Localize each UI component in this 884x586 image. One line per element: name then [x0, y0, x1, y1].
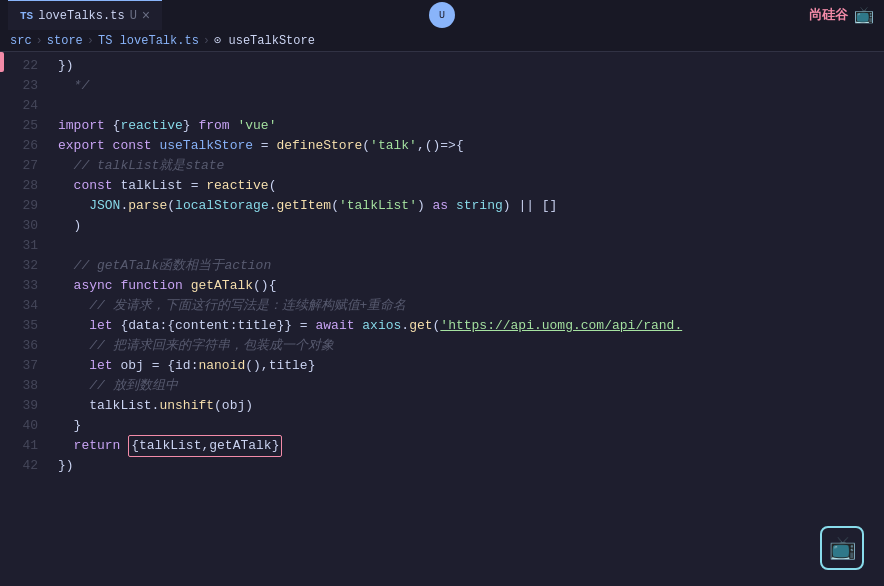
code-line-30: ) — [58, 216, 884, 236]
breadcrumb-sep3: › — [203, 34, 210, 48]
editor: 22 23 24 25 26 27 28 29 30 31 32 33 34 3… — [0, 52, 884, 586]
code-line-31 — [58, 236, 884, 256]
title-center: U — [429, 2, 455, 28]
code-line-37: let obj = {id:nanoid(),title} — [58, 356, 884, 376]
tab-lang: TS — [20, 10, 33, 22]
line-num-42: 42 — [0, 456, 50, 476]
code-line-24 — [58, 96, 884, 116]
line-num-34: 34 — [0, 296, 50, 316]
tab-modified: U — [130, 9, 137, 23]
code-line-27: // talkList就是state — [58, 156, 884, 176]
breadcrumb: src › store › TS loveTalk.ts › ⊙ useTalk… — [0, 30, 884, 52]
line-num-40: 40 — [0, 416, 50, 436]
line-num-27: 27 — [0, 156, 50, 176]
bilibili-icon: 📺 — [854, 5, 874, 25]
code-line-41: return {talkList,getATalk} — [58, 436, 884, 456]
breadcrumb-src: src — [10, 34, 32, 48]
line-num-35: 35 — [0, 316, 50, 336]
breadcrumb-sep1: › — [36, 34, 43, 48]
brand-text: 尚硅谷 — [809, 6, 848, 24]
line-num-31: 31 — [0, 236, 50, 256]
line-num-41: 41 — [0, 436, 50, 456]
line-num-26: 26 — [0, 136, 50, 156]
tv-icon: 📺 — [820, 526, 864, 570]
left-indicator — [0, 52, 4, 72]
code-line-32: // getATalk函数相当于action — [58, 256, 884, 276]
line-num-29: 29 — [0, 196, 50, 216]
tab-close-button[interactable]: × — [142, 9, 150, 23]
breadcrumb-file: TS loveTalk.ts — [98, 34, 199, 48]
line-num-38: 38 — [0, 376, 50, 396]
code-line-25: import {reactive} from 'vue' — [58, 116, 884, 136]
breadcrumb-symbol: ⊙ useTalkStore — [214, 33, 315, 48]
avatar: U — [429, 2, 455, 28]
title-bar: TS loveTalks.ts U × U 尚硅谷 📺 — [0, 0, 884, 30]
breadcrumb-store: store — [47, 34, 83, 48]
brand-logo: 尚硅谷 📺 — [809, 5, 874, 25]
code-line-35: let {data:{content:title}} = await axios… — [58, 316, 884, 336]
code-line-33: async function getATalk(){ — [58, 276, 884, 296]
line-num-30: 30 — [0, 216, 50, 236]
line-num-39: 39 — [0, 396, 50, 416]
code-line-42: }) — [58, 456, 884, 476]
line-num-33: 33 — [0, 276, 50, 296]
code-area[interactable]: }) */ import {reactive} from 'vue' expor… — [50, 52, 884, 586]
line-num-32: 32 — [0, 256, 50, 276]
editor-tab[interactable]: TS loveTalks.ts U × — [8, 0, 162, 30]
line-num-25: 25 — [0, 116, 50, 136]
breadcrumb-sep2: › — [87, 34, 94, 48]
line-num-22: 22 — [0, 56, 50, 76]
line-num-37: 37 — [0, 356, 50, 376]
code-line-29: JSON.parse(localStorage.getItem('talkLis… — [58, 196, 884, 216]
code-line-34: // 发请求，下面这行的写法是：连续解构赋值+重命名 — [58, 296, 884, 316]
code-line-40: } — [58, 416, 884, 436]
code-line-28: const talkList = reactive( — [58, 176, 884, 196]
code-line-38: // 放到数组中 — [58, 376, 884, 396]
code-line-23: */ — [58, 76, 884, 96]
line-num-23: 23 — [0, 76, 50, 96]
line-num-28: 28 — [0, 176, 50, 196]
code-line-22: }) — [58, 56, 884, 76]
code-line-36: // 把请求回来的字符串，包装成一个对象 — [58, 336, 884, 356]
line-num-36: 36 — [0, 336, 50, 356]
line-numbers: 22 23 24 25 26 27 28 29 30 31 32 33 34 3… — [0, 52, 50, 586]
line-num-24: 24 — [0, 96, 50, 116]
code-line-26: export const useTalkStore = defineStore(… — [58, 136, 884, 156]
code-line-39: talkList.unshift(obj) — [58, 396, 884, 416]
tab-filename: loveTalks.ts — [38, 9, 124, 23]
